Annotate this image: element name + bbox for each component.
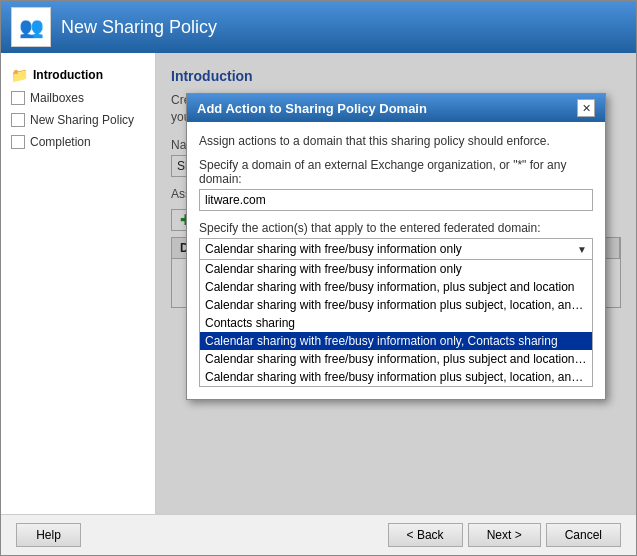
modal-description: Assign actions to a domain that this sha…: [199, 134, 593, 148]
modal-selected-value: Calendar sharing with free/busy informat…: [205, 242, 462, 256]
dropdown-item-6[interactable]: Calendar sharing with free/busy informat…: [200, 368, 592, 386]
dropdown-list: Calendar sharing with free/busy informat…: [199, 260, 593, 387]
sidebar-item-introduction[interactable]: 📁 Introduction: [1, 63, 155, 87]
modal-overlay: Add Action to Sharing Policy Domain ✕ As…: [156, 53, 636, 514]
dropdown-item-3[interactable]: Contacts sharing: [200, 314, 592, 332]
modal-titlebar: Add Action to Sharing Policy Domain ✕: [187, 94, 605, 122]
dropdown-item-5[interactable]: Calendar sharing with free/busy informat…: [200, 350, 592, 368]
folder-icon: 📁: [11, 67, 28, 83]
dropdown-arrow-icon: ▼: [577, 244, 587, 255]
help-button[interactable]: Help: [16, 523, 81, 547]
sidebar-label-mailboxes: Mailboxes: [30, 91, 84, 105]
window-title: New Sharing Policy: [61, 17, 217, 38]
modal-domain-input[interactable]: [199, 189, 593, 211]
content-area: Introduction Create a sharing policy to …: [156, 53, 636, 514]
title-bar: 👥 New Sharing Policy: [1, 1, 636, 53]
checkbox-completion: [11, 135, 25, 149]
modal-select-display[interactable]: Calendar sharing with free/busy informat…: [199, 238, 593, 260]
nav-buttons: < Back Next > Cancel: [388, 523, 621, 547]
bottom-bar: Help < Back Next > Cancel: [1, 514, 636, 555]
sidebar-label-introduction: Introduction: [33, 68, 103, 82]
main-window: 👥 New Sharing Policy 📁 Introduction Mail…: [0, 0, 637, 556]
sidebar-item-new-sharing-policy[interactable]: New Sharing Policy: [1, 109, 155, 131]
modal-action-label: Specify the action(s) that apply to the …: [199, 221, 593, 235]
dropdown-item-4[interactable]: Calendar sharing with free/busy informat…: [200, 332, 592, 350]
modal-domain-label: Specify a domain of an external Exchange…: [199, 158, 593, 186]
window-icon-glyph: 👥: [19, 15, 44, 39]
sidebar-label-completion: Completion: [30, 135, 91, 149]
modal-title: Add Action to Sharing Policy Domain: [197, 101, 427, 116]
checkbox-new-sharing-policy: [11, 113, 25, 127]
dropdown-item-1[interactable]: Calendar sharing with free/busy informat…: [200, 278, 592, 296]
sidebar-label-new-sharing-policy: New Sharing Policy: [30, 113, 134, 127]
sidebar-item-completion[interactable]: Completion: [1, 131, 155, 153]
modal-dialog: Add Action to Sharing Policy Domain ✕ As…: [186, 93, 606, 400]
window-icon: 👥: [11, 7, 51, 47]
next-button[interactable]: Next >: [468, 523, 541, 547]
cancel-button[interactable]: Cancel: [546, 523, 621, 547]
modal-close-button[interactable]: ✕: [577, 99, 595, 117]
sidebar: 📁 Introduction Mailboxes New Sharing Pol…: [1, 53, 156, 514]
sidebar-item-mailboxes[interactable]: Mailboxes: [1, 87, 155, 109]
back-button[interactable]: < Back: [388, 523, 463, 547]
modal-body: Assign actions to a domain that this sha…: [187, 122, 605, 399]
dropdown-item-2[interactable]: Calendar sharing with free/busy informat…: [200, 296, 592, 314]
dropdown-item-0[interactable]: Calendar sharing with free/busy informat…: [200, 260, 592, 278]
main-content: 📁 Introduction Mailboxes New Sharing Pol…: [1, 53, 636, 514]
checkbox-mailboxes: [11, 91, 25, 105]
modal-select-container: Calendar sharing with free/busy informat…: [199, 238, 593, 387]
